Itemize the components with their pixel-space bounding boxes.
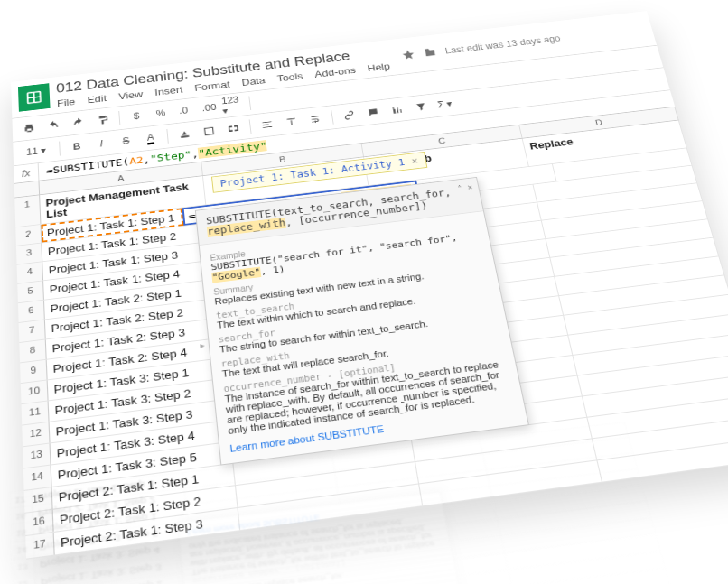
bold-icon[interactable]: B <box>65 136 89 156</box>
row-7-header[interactable]: 7 <box>19 320 46 342</box>
cell-C13[interactable] <box>343 503 498 536</box>
cell-C12[interactable] <box>346 519 501 553</box>
folder-icon[interactable] <box>422 46 438 60</box>
svg-rect-3 <box>205 127 214 134</box>
text-color-icon[interactable]: A <box>138 128 163 148</box>
cell-A13[interactable]: Project 1: Task 3: Step 4 <box>34 538 191 572</box>
row-12-header[interactable]: 12 <box>11 574 35 584</box>
cell-B13[interactable] <box>190 520 345 554</box>
row-13-header[interactable]: 13 <box>23 443 51 468</box>
cell-C11[interactable] <box>349 536 505 570</box>
row-9-header[interactable]: 9 <box>20 360 48 383</box>
row-3-header[interactable]: 3 <box>16 243 42 264</box>
v-align-icon[interactable] <box>279 112 304 132</box>
fontsize-select[interactable]: 11 ▾ <box>18 141 54 162</box>
redo-icon[interactable] <box>66 113 89 133</box>
italic-icon[interactable]: I <box>89 134 114 153</box>
increase-decimal-icon[interactable]: .00 <box>197 98 221 117</box>
row-12-header[interactable]: 12 <box>22 422 50 447</box>
decrease-decimal-icon[interactable]: .0 <box>173 101 197 120</box>
menu-insert[interactable]: Insert <box>154 84 183 97</box>
row-2-header[interactable]: 2 <box>15 225 42 246</box>
row-16-header[interactable]: 16 <box>9 506 33 525</box>
row-6-header[interactable]: 6 <box>18 301 45 322</box>
paint-format-icon[interactable] <box>90 110 114 130</box>
cell-B10[interactable] <box>195 571 354 584</box>
fx-label: fx <box>14 163 39 183</box>
cell-A12[interactable]: Project 1: Task 3: Step 3 <box>35 555 193 584</box>
undo-icon[interactable] <box>42 116 65 135</box>
row-1-header[interactable]: 1 <box>14 195 41 227</box>
menu-addons[interactable]: Add-ons <box>313 65 356 79</box>
collapse-help-icon[interactable]: ˄ × <box>457 183 473 193</box>
h-align-icon[interactable] <box>255 115 279 134</box>
cell-A15[interactable]: Project 2: Task 1: Step 1 <box>33 505 188 538</box>
formula-help-popup: SUBSTITUTE(text_to_search, search_for, r… <box>195 177 529 466</box>
last-edit-text: Last edit was 13 days ago <box>444 33 562 56</box>
cell-B14[interactable] <box>188 504 342 537</box>
wrap-icon[interactable] <box>303 109 329 129</box>
borders-icon[interactable] <box>197 122 221 142</box>
cell-D11[interactable] <box>501 518 657 552</box>
cell-D9[interactable] <box>509 552 666 584</box>
cell-A11[interactable]: Project 1: Task 3: Step 2 <box>36 572 195 584</box>
fill-color-icon[interactable] <box>173 125 197 144</box>
row-4-header[interactable]: 4 <box>17 262 43 283</box>
cell-D10[interactable] <box>505 534 661 569</box>
cell-D8[interactable] <box>512 569 670 584</box>
cell-B12[interactable] <box>191 537 348 571</box>
star-icon[interactable] <box>400 48 416 62</box>
spreadsheet-grid: Project 1: Task 1: Activity 1× SUBSTITUT… <box>14 120 728 559</box>
menu-view[interactable]: View <box>118 88 144 102</box>
insert-chart-icon[interactable] <box>385 100 410 119</box>
row-13-header[interactable]: 13 <box>11 556 35 575</box>
row-10-header[interactable]: 10 <box>21 380 49 403</box>
row-11-header[interactable]: 11 <box>22 401 50 424</box>
print-icon[interactable] <box>17 118 41 138</box>
cell-C10[interactable] <box>351 552 509 584</box>
menu-file[interactable]: File <box>57 97 76 109</box>
number-format-menu[interactable]: 123 ▾ <box>221 96 246 115</box>
cell-B11[interactable] <box>193 554 351 584</box>
menu-format[interactable]: Format <box>194 79 230 93</box>
insert-link-icon[interactable] <box>337 106 362 125</box>
row-14-header[interactable]: 14 <box>10 540 34 559</box>
filter-icon[interactable] <box>408 97 434 116</box>
format-percent-icon[interactable]: % <box>149 104 173 124</box>
functions-icon[interactable]: Σ ▾ <box>432 95 457 114</box>
menu-help[interactable]: Help <box>367 60 391 73</box>
row-8-header[interactable]: 8 <box>19 339 46 362</box>
merge-cells-icon[interactable] <box>221 119 246 139</box>
menu-tools[interactable]: Tools <box>276 70 303 84</box>
row-5-header[interactable]: 5 <box>17 281 44 302</box>
row-14-header[interactable]: 14 <box>23 465 52 489</box>
expand-caret-icon[interactable]: ▸ <box>200 340 205 350</box>
menu-edit[interactable]: Edit <box>87 93 107 106</box>
cell-C9[interactable] <box>354 570 513 584</box>
cell-A14[interactable]: Project 1: Task 3: Step 5 <box>33 522 190 556</box>
row-15-header[interactable]: 15 <box>9 523 33 542</box>
insert-comment-icon[interactable] <box>360 103 386 122</box>
cell-D12[interactable] <box>498 502 652 535</box>
close-icon[interactable]: × <box>411 155 419 166</box>
format-currency-icon[interactable]: $ <box>125 107 149 126</box>
strikethrough-icon[interactable]: S <box>114 131 138 151</box>
menu-data[interactable]: Data <box>241 75 266 88</box>
sheets-logo-icon <box>18 83 51 112</box>
